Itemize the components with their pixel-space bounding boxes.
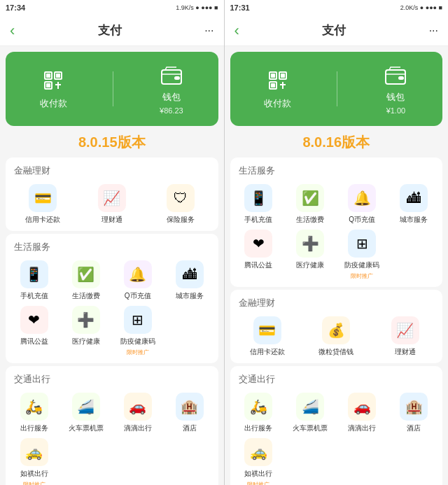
service-item[interactable]: 🚕如祺出行限时推广 [11,438,57,485]
service-icon-wrap: 🚄 [72,393,100,421]
svg-rect-16 [271,73,275,78]
status-icons: 2.0K/s ● ●●● ■ [400,4,442,11]
back-button[interactable]: ‹ [10,22,15,40]
svg-rect-21 [398,76,404,80]
collect-payment-item[interactable]: 收付款 [40,68,67,110]
service-item[interactable]: 🚗滴滴出行 [115,393,161,433]
service-item[interactable]: 💳信用卡还款 [11,184,75,224]
service-name: 出行服务 [20,423,48,433]
service-item[interactable]: 🚕如祺出行限时推广 [236,438,282,485]
back-button[interactable]: ‹ [234,22,239,40]
service-item[interactable]: 🏙城市服务 [391,184,437,224]
scroll-content[interactable]: 收付款 钱包 ¥86.23 8.0.15版本金融理财💳信用卡还款📈理财通🛡保险服… [0,46,224,485]
payment-section: 收付款 钱包 ¥1.00 [230,52,443,126]
collect-label: 收付款 [40,97,67,110]
service-name: 信用卡还款 [250,347,285,356]
service-icon-wrap: ❤ [244,230,272,258]
status-icons: 1.9K/s ● ●●● ■ [176,4,218,11]
status-bar: 17:34 1.9K/s ● ●●● ■ [0,0,224,15]
service-name: 腾讯公益 [244,260,272,269]
status-time: 17:34 [6,3,25,12]
service-item[interactable]: 📈理财通 [80,184,144,224]
service-item[interactable]: 🛵出行服务 [236,393,282,433]
section-title: 交通出行 [11,373,213,386]
service-item[interactable]: 🏨酒店 [391,393,437,433]
service-item[interactable]: ➕医疗健康 [63,306,109,356]
service-grid: 📱手机充值✅生活缴费🔔Q币充值🏙城市服务❤腾讯公益➕医疗健康⊞防疫健康码限时推广 [11,260,213,356]
service-item[interactable]: ⊞防疫健康码限时推广 [339,230,385,280]
wallet-item[interactable]: 钱包 ¥86.23 [159,63,184,115]
service-sub: 限时推广 [247,481,270,485]
service-name: 火车票机票 [69,423,104,433]
service-name: 防疫健康码 [344,260,379,269]
service-item[interactable]: 📱手机充值 [11,260,57,300]
wallet-label: 钱包 [386,91,405,104]
scroll-content[interactable]: 收付款 钱包 ¥1.00 8.0.16版本生活服务📱手机充值✅生活缴费🔔Q币充值… [225,46,449,485]
service-icon-wrap: 💰 [322,316,350,344]
svg-rect-7 [46,83,50,87]
more-button[interactable]: ··· [429,24,438,37]
service-name: 酒店 [407,423,421,433]
service-icon-wrap: 🚕 [244,438,272,466]
wallet-item[interactable]: 钱包 ¥1.00 [383,63,408,115]
collect-icon [265,68,290,93]
section-finance: 金融理财💳信用卡还款📈理财通🛡保险服务 [6,157,218,231]
service-item[interactable]: ⊞防疫健康码限时推广 [115,306,161,356]
service-item[interactable]: 🚄火车票机票 [287,393,333,433]
wallet-icon [383,63,408,88]
service-item[interactable]: 🔔Q币充值 [115,260,161,300]
section-life: 生活服务📱手机充值✅生活缴费🔔Q币充值🏙城市服务❤腾讯公益➕医疗健康⊞防疫健康码… [6,234,218,363]
service-name: 理财通 [102,215,122,224]
collect-payment-item[interactable]: 收付款 [264,68,291,110]
section-finance: 金融理财💳信用卡还款💰微粒贷借钱📈理财通 [230,290,443,363]
service-icon-wrap: 🛡 [167,184,195,212]
service-name: 手机充值 [244,215,272,224]
service-icon-wrap: ➕ [72,306,100,334]
service-grid: 🛵出行服务🚄火车票机票🚗滴滴出行🏨酒店🚕如祺出行限时推广 [236,393,438,485]
service-item[interactable]: ❤腾讯公益 [11,306,57,356]
service-name: 保险服务 [167,215,195,224]
more-button[interactable]: ··· [204,24,214,37]
section-title: 交通出行 [236,373,438,386]
header-title: 支付 [322,22,346,38]
service-icon-wrap: 🛵 [20,393,48,421]
service-item[interactable]: 🏨酒店 [167,393,213,433]
panel-left: 17:34 1.9K/s ● ●●● ■ ‹ 支付 ··· 收付款 [0,0,224,485]
service-name: 手机充值 [20,291,48,300]
service-name: 防疫健康码 [120,337,155,346]
panel-right: 17:31 2.0K/s ● ●●● ■ ‹ 支付 ··· 收付款 [224,0,449,485]
service-item[interactable]: 💳信用卡还款 [236,316,300,356]
wallet-amount: ¥1.00 [386,106,406,115]
service-icon-wrap: 💳 [29,184,57,212]
service-item[interactable]: 🛡保险服务 [149,184,213,224]
service-grid: 💳信用卡还款💰微粒贷借钱📈理财通 [236,316,438,356]
version-label: 8.0.16版本 [230,132,443,155]
service-item[interactable]: 🛵出行服务 [11,393,57,433]
service-item[interactable]: 📈理财通 [374,316,438,356]
service-icon-wrap: 🔔 [124,260,152,288]
service-icon-wrap: ⊞ [348,230,376,258]
service-icon-wrap: 🏙 [400,184,428,212]
collect-label: 收付款 [264,97,291,110]
wallet-label: 钱包 [162,91,181,104]
service-name: 火车票机票 [293,423,328,433]
service-item[interactable]: 🚄火车票机票 [63,393,109,433]
app-header: ‹ 支付 ··· [0,15,224,46]
service-name: 理财通 [395,347,416,356]
service-item[interactable]: 🔔Q币充值 [339,184,385,224]
service-item[interactable]: 📱手机充值 [236,184,282,224]
service-name: 出行服务 [244,423,272,433]
service-item[interactable]: ➕医疗健康 [287,230,333,280]
service-name: 医疗健康 [72,337,100,346]
service-item[interactable]: ❤腾讯公益 [236,230,282,280]
version-label: 8.0.15版本 [6,132,218,155]
status-time: 17:31 [230,3,250,12]
service-item[interactable]: 💰微粒贷借钱 [304,316,368,356]
svg-rect-17 [281,73,285,78]
service-item[interactable]: 🚗滴滴出行 [339,393,385,433]
service-icon-wrap: 📱 [20,260,48,288]
service-item[interactable]: 🏙城市服务 [167,260,213,300]
service-item[interactable]: ✅生活缴费 [63,260,109,300]
service-item[interactable]: ✅生活缴费 [287,184,333,224]
section-transport: 交通出行🛵出行服务🚄火车票机票🚗滴滴出行🏨酒店🚕如祺出行限时推广 [6,366,218,485]
